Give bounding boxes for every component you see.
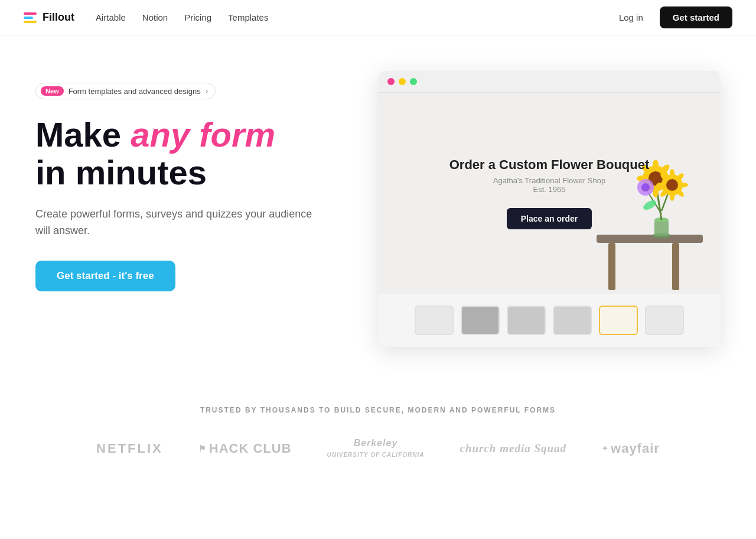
thumb-1[interactable]: [415, 306, 454, 335]
hero-section: New Form templates and advanced designs …: [0, 35, 756, 371]
thumb-6[interactable]: [645, 306, 684, 335]
nav-notion[interactable]: Notion: [142, 12, 168, 22]
browser-dot-yellow: [399, 78, 406, 85]
badge-arrow-icon: ›: [206, 86, 208, 96]
badge-description: Form templates and advanced designs: [69, 87, 201, 96]
logo-line-yellow: [24, 21, 37, 23]
thumb-5[interactable]: [599, 306, 638, 335]
hero-subtitle: Create powerful forms, surveys and quizz…: [35, 206, 319, 240]
thumb-3[interactable]: [507, 306, 546, 335]
svg-rect-1: [608, 243, 615, 290]
svg-point-22: [679, 183, 688, 187]
hero-title-pink: any form: [131, 115, 275, 154]
squad-logo: church media Squad: [460, 442, 566, 455]
hero-cta-button[interactable]: Get started - it's free: [35, 261, 175, 291]
svg-point-20: [670, 169, 674, 178]
hackclub-logo: ⚑ HACK CLUB: [198, 441, 292, 456]
nav-links: Airtable Notion Pricing Templates: [96, 12, 268, 22]
navbar: Fillout Airtable Notion Pricing Template…: [0, 0, 756, 35]
thumb-4[interactable]: [553, 306, 592, 335]
browser-window: Order a Custom Flower Bouquet Agatha's T…: [378, 71, 721, 347]
svg-point-24: [670, 191, 674, 201]
logo-icon: [24, 12, 37, 23]
hero-left: New Form templates and advanced designs …: [35, 71, 319, 291]
nav-airtable[interactable]: Airtable: [96, 12, 126, 22]
form-card-subtitle: Agatha's Traditional Flower Shop Est. 19…: [449, 176, 650, 194]
getstarted-nav-button[interactable]: Get started: [660, 7, 732, 28]
navbar-left: Fillout Airtable Notion Pricing Template…: [24, 11, 268, 24]
trusted-section: TRUSTED BY THOUSANDS TO BUILD SECURE, MO…: [0, 371, 756, 483]
nav-pricing[interactable]: Pricing: [184, 12, 211, 22]
hero-badge[interactable]: New Form templates and advanced designs …: [35, 83, 216, 99]
browser-bar: [378, 71, 721, 93]
wayfair-logo: ✦ wayfair: [602, 441, 660, 456]
logo-line-red: [24, 12, 37, 15]
berkeley-logo: Berkeley UNIVERSITY OF CALIFORNIA: [327, 438, 425, 459]
thumb-2[interactable]: [461, 306, 500, 335]
logo-link[interactable]: Fillout: [24, 11, 74, 24]
form-place-order-button[interactable]: Place an order: [507, 208, 592, 229]
browser-content: Order a Custom Flower Bouquet Agatha's T…: [378, 93, 721, 294]
browser-dot-green: [410, 78, 417, 85]
svg-rect-2: [672, 243, 679, 290]
logo-text: Fillout: [43, 11, 74, 24]
navbar-right: Log in Get started: [612, 7, 732, 28]
form-card-title: Order a Custom Flower Bouquet: [449, 157, 650, 173]
form-card: Order a Custom Flower Bouquet Agatha's T…: [438, 145, 662, 241]
badge-new-label: New: [41, 86, 64, 96]
browser-dot-red: [387, 78, 395, 85]
hero-title-rest: in minutes: [35, 153, 207, 191]
logos-row: NETFLIX ⚑ HACK CLUB Berkeley UNIVERSITY …: [24, 438, 732, 459]
trusted-label: TRUSTED BY THOUSANDS TO BUILD SECURE, MO…: [24, 406, 732, 414]
hero-right: Order a Custom Flower Bouquet Agatha's T…: [378, 71, 721, 347]
login-button[interactable]: Log in: [612, 8, 650, 27]
berkeley-sub: UNIVERSITY OF CALIFORNIA: [327, 452, 425, 458]
hero-title-make: Make: [35, 115, 131, 154]
nav-templates[interactable]: Templates: [228, 12, 268, 22]
logo-line-blue: [24, 17, 33, 19]
netflix-logo: NETFLIX: [96, 441, 163, 456]
svg-point-19: [666, 179, 678, 191]
template-thumbnails: [378, 294, 721, 347]
hero-title: Make any form in minutes: [35, 116, 319, 191]
